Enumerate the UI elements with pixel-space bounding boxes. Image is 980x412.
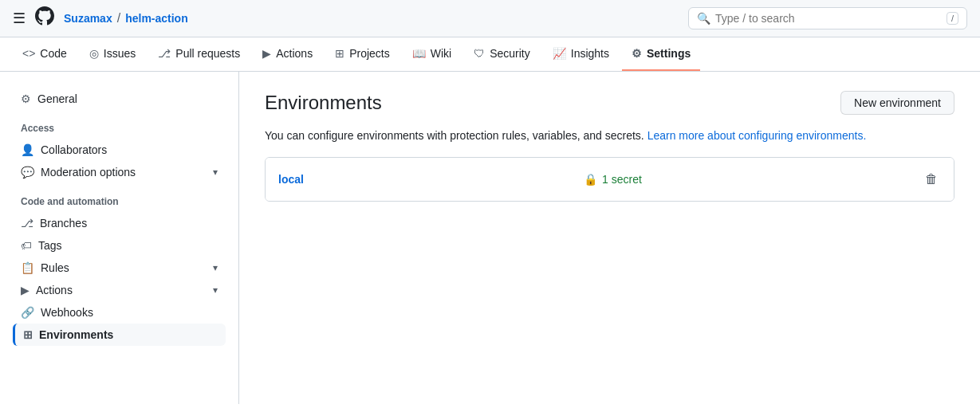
pull-requests-icon: ⎇ [158,47,171,60]
nav-item-actions-label: Actions [276,47,313,60]
page-title: Environments [265,92,382,114]
nav-item-insights-label: Insights [571,47,609,60]
actions-icon: ▶ [262,47,271,60]
nav-item-security[interactable]: 🛡 Security [464,37,540,71]
branch-icon: ⎇ [21,217,33,230]
sidebar-item-tags[interactable]: 🏷 Tags [13,234,226,257]
settings-sidebar: ⚙ General Access 👤 Collaborators 💬 Moder… [0,72,239,404]
nav-item-issues-label: Issues [104,47,136,60]
env-delete-button[interactable]: 🗑 [922,169,941,190]
sidebar-tags-label: Tags [38,239,62,252]
info-text: You can configure environments with prot… [265,128,954,144]
nav-item-projects[interactable]: ⊞ Projects [325,37,399,71]
rules-icon: 📋 [21,261,34,274]
nav-item-security-label: Security [490,47,530,60]
insights-icon: 📈 [553,47,566,60]
repo-nav: <> Code ◎ Issues ⎇ Pull requests ▶ Actio… [0,37,980,72]
actions-sidebar-icon: ▶ [21,284,30,296]
nav-item-insights[interactable]: 📈 Insights [543,37,619,71]
sidebar-item-webhooks[interactable]: 🔗 Webhooks [13,301,226,324]
sidebar-rules-label: Rules [41,261,69,274]
person-icon: 👤 [21,143,34,156]
breadcrumb-repo[interactable]: helm-action [125,12,188,25]
sidebar-environments-label: Environments [39,328,113,341]
gear-icon: ⚙ [21,92,31,105]
sidebar-webhooks-label: Webhooks [41,306,93,319]
nav-item-pull-requests-label: Pull requests [175,47,240,60]
table-row: local 🔒 1 secret 🗑 [266,158,954,201]
breadcrumb-user[interactable]: Suzamax [64,12,112,25]
nav-item-wiki[interactable]: 📖 Wiki [403,37,461,71]
sidebar-item-environments[interactable]: ⊞ Environments [13,324,226,346]
breadcrumb: Suzamax / helm-action [64,11,188,26]
sidebar-actions-label: Actions [36,284,73,296]
sidebar-item-moderation[interactable]: 💬 Moderation options ▾ [13,161,226,183]
environments-icon: ⊞ [23,328,33,341]
lock-icon: 🔒 [584,173,597,186]
env-secret-count: 🔒 1 secret [584,173,642,186]
chevron-down-icon: ▾ [213,167,218,178]
search-slash-hint: / [947,12,958,25]
learn-more-link[interactable]: Learn more about configuring environment… [647,129,867,142]
nav-item-code-label: Code [40,47,66,60]
wiki-icon: 📖 [412,47,426,60]
projects-icon: ⊞ [335,47,344,60]
sidebar-item-collaborators[interactable]: 👤 Collaborators [13,139,226,161]
moderation-icon: 💬 [21,166,34,179]
content-header: Environments New environment [265,91,954,115]
tag-icon: 🏷 [21,239,32,252]
breadcrumb-separator: / [117,11,120,26]
env-secret-label: 1 secret [602,173,642,186]
search-input[interactable] [715,12,942,25]
environments-list: local 🔒 1 secret 🗑 [265,157,954,202]
sidebar-item-branches[interactable]: ⎇ Branches [13,212,226,234]
sidebar-moderation-label: Moderation options [41,166,136,179]
nav-item-issues[interactable]: ◎ Issues [80,37,145,71]
nav-item-wiki-label: Wiki [431,47,451,60]
sidebar-general-label: General [37,92,77,105]
security-icon: 🛡 [474,47,485,60]
issues-icon: ◎ [89,47,99,60]
nav-item-pull-requests[interactable]: ⎇ Pull requests [148,37,250,71]
webhooks-icon: 🔗 [21,306,34,319]
github-logo [35,6,54,30]
nav-item-projects-label: Projects [349,47,390,60]
env-action-buttons: 🗑 [922,169,941,190]
sidebar-item-general[interactable]: ⚙ General [13,88,226,110]
env-name[interactable]: local [278,173,304,186]
search-bar[interactable]: 🔍 / [688,7,967,29]
chevron-down-icon-rules: ▾ [213,262,218,273]
sidebar-section-code: Code and automation [13,183,226,212]
topbar: ☰ Suzamax / helm-action 🔍 / [0,0,980,37]
search-icon: 🔍 [697,12,710,25]
sidebar-collaborators-label: Collaborators [41,143,107,156]
sidebar-branches-label: Branches [40,217,87,230]
hamburger-button[interactable]: ☰ [13,10,26,27]
sidebar-item-actions[interactable]: ▶ Actions ▾ [13,279,226,301]
nav-item-settings-label: Settings [647,47,691,60]
nav-item-code[interactable]: <> Code [13,37,77,71]
settings-icon: ⚙ [632,47,642,60]
main-content: Environments New environment You can con… [239,72,980,404]
new-environment-button[interactable]: New environment [840,91,954,115]
chevron-down-icon-actions: ▾ [213,284,218,296]
sidebar-item-rules[interactable]: 📋 Rules ▾ [13,257,226,279]
nav-item-actions[interactable]: ▶ Actions [253,37,322,71]
nav-item-settings[interactable]: ⚙ Settings [622,37,700,71]
main-layout: ⚙ General Access 👤 Collaborators 💬 Moder… [0,72,980,404]
sidebar-section-access: Access [13,110,226,139]
code-icon: <> [22,47,35,60]
